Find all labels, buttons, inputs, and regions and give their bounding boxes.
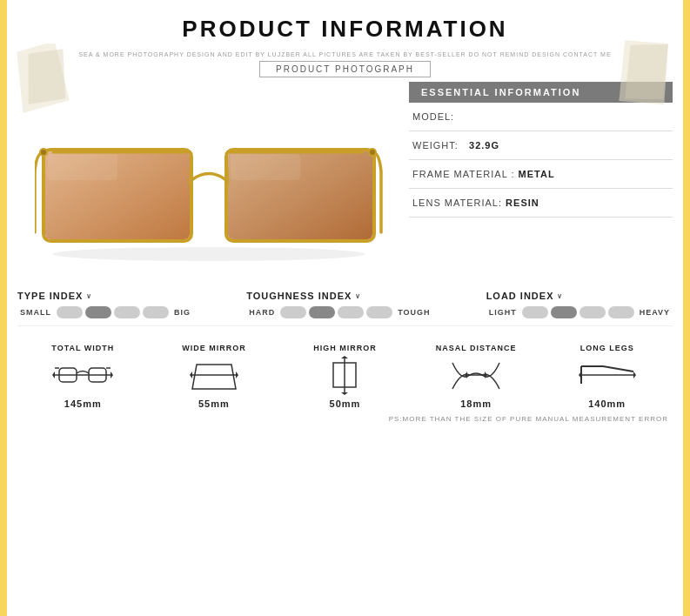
dim-long-legs-value: 140mm [588,398,626,409]
lens-label: LENS MATERIAL: [412,198,502,208]
wide-mirror-icon [184,356,245,395]
dim-nasal-distance: NASAL DISTANCE 18mm [432,344,519,409]
photo-label-area: SEA & MORE PHOTOGRAPHY DESIGN AND EDIT B… [0,51,690,77]
load-index-group: LOAD INDEX ∨ LIGHT HEAVY [486,291,673,318]
right-accent-bar [683,0,690,616]
frame-value: METAL [519,169,555,179]
load-index-title: LOAD INDEX ∨ [486,291,564,301]
high-mirror-icon [314,356,375,395]
toughness-index-chevron: ∨ [355,292,361,300]
nasal-distance-icon [445,356,506,395]
info-row-lens: LENS MATERIAL: RESIN [409,189,673,218]
type-pill-4 [143,306,169,318]
info-panel: ESSENTIAL INFORMATION MODEL: WEIGHT: 32.… [400,82,673,282]
svg-marker-20 [52,372,55,378]
dim-long-legs: LONG LEGS 140mm [564,344,651,409]
svg-marker-37 [633,372,636,378]
svg-rect-10 [231,154,300,180]
load-index-chevron: ∨ [557,292,563,300]
svg-marker-30 [341,356,348,358]
dim-nasal-distance-title: NASAL DISTANCE [436,344,517,352]
type-pill-3 [114,306,140,318]
index-section: TYPE INDEX ∨ SMALL BIG TOUGHNESS INDEX ∨… [0,282,690,318]
long-legs-icon [577,356,638,395]
svg-point-18 [370,150,375,155]
type-pill-2 [85,306,111,318]
toughness-tough-label: TOUGH [398,308,430,317]
toughness-pill-4 [366,306,392,318]
type-big-label: BIG [174,308,191,317]
page-header: PRODUCT INFORMATION [0,0,690,50]
frame-label: FRAME MATERIAL : [412,169,514,179]
page-title: PRODUCT INFORMATION [0,16,690,43]
load-index-label: LOAD INDEX [486,291,554,301]
load-heavy-label: HEAVY [640,308,670,317]
lens-value: RESIN [506,198,539,208]
dim-total-width-title: TOTAL WIDTH [51,344,114,352]
type-index-chevron: ∨ [86,292,92,300]
type-index-scale: SMALL BIG [17,306,193,318]
type-small-label: SMALL [20,308,51,317]
photo-label-box: PRODUCT PHOTOGRAPH [259,61,431,77]
weight-value: 32.9G [469,140,499,151]
dim-total-width: TOTAL WIDTH 145mm [39,344,126,409]
total-width-icon [52,356,113,395]
toughness-pill-1 [280,306,306,318]
dim-wide-mirror-value: 55mm [198,398,230,409]
info-row-model: MODEL: [409,103,673,131]
toughness-index-group: TOUGHNESS INDEX ∨ HARD TOUGH [246,291,432,318]
svg-point-4 [52,247,365,261]
product-image-area [17,82,400,282]
subtitle-small: SEA & MORE PHOTOGRAPHY DESIGN AND EDIT B… [0,51,690,57]
type-index-group: TYPE INDEX ∨ SMALL BIG [17,291,193,318]
load-pill-2 [551,306,577,318]
toughness-index-label: TOUGHNESS INDEX [246,291,352,301]
model-label: MODEL: [412,111,454,122]
svg-marker-27 [190,372,192,378]
dimensions-section: TOTAL WIDTH 145mm WIDE MIRROR 55mm [0,333,690,413]
type-pill-1 [57,306,83,318]
load-index-scale: LIGHT HEAVY [486,306,673,318]
load-pill-1 [522,306,548,318]
toughness-pill-2 [309,306,335,318]
dim-total-width-value: 145mm [64,398,102,409]
load-light-label: LIGHT [489,308,517,317]
dim-wide-mirror-title: WIDE MIRROR [182,344,246,352]
svg-point-17 [41,150,46,155]
type-index-title: TYPE INDEX ∨ [17,291,92,301]
main-content: ESSENTIAL INFORMATION MODEL: WEIGHT: 32.… [0,82,690,282]
divider [17,325,673,326]
info-panel-header: ESSENTIAL INFORMATION [409,82,673,103]
svg-marker-28 [236,372,238,378]
load-pill-4 [608,306,634,318]
toughness-index-title: TOUGHNESS INDEX ∨ [246,291,361,301]
weight-label: WEIGHT: [412,140,466,151]
load-pill-3 [579,306,606,318]
left-accent-bar [0,0,7,616]
svg-marker-31 [341,392,348,395]
toughness-index-scale: HARD TOUGH [246,306,432,318]
footer-note-text: PS:MORE THAN THE SIZE OF PURE MANUAL MEA… [389,415,668,423]
dim-nasal-distance-value: 18mm [460,398,492,409]
footer-note: PS:MORE THAN THE SIZE OF PURE MANUAL MEA… [0,413,690,427]
toughness-hard-label: HARD [249,308,275,317]
toughness-pill-3 [338,306,364,318]
info-row-frame: FRAME MATERIAL : METAL [409,160,673,189]
dim-wide-mirror: WIDE MIRROR 55mm [171,344,258,409]
svg-marker-21 [111,372,113,378]
svg-line-40 [603,366,633,372]
svg-rect-7 [48,154,117,180]
info-row-weight: WEIGHT: 32.9G [409,131,673,160]
dim-high-mirror-title: HIGH MIRROR [313,344,377,352]
type-index-label: TYPE INDEX [17,291,83,301]
sunglasses-image [35,102,383,263]
dim-long-legs-title: LONG LEGS [580,344,634,352]
dim-high-mirror-value: 50mm [330,398,361,409]
dim-high-mirror: HIGH MIRROR 50mm [301,344,388,409]
